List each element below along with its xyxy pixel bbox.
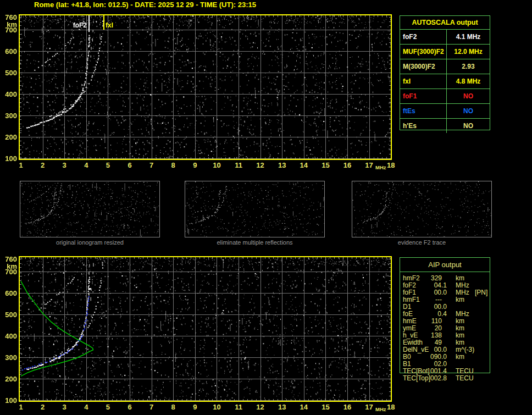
y-tick-label: 600	[0, 47, 17, 56]
y-axis-unit: km	[0, 262, 17, 270]
y-tick-label: 500	[0, 311, 17, 319]
autoscala-row: foF24.1 MHz	[400, 30, 490, 44]
autoscala-row: ftEsNO	[400, 103, 490, 118]
y-tick-label: 200	[0, 375, 17, 383]
aip-output-table: AIP output hmF2329kmfoF204.1MHzfoF100.0M…	[400, 257, 490, 373]
panel-eliminate-reflections-caption: eliminate multiple reflections	[185, 239, 325, 246]
x-tick-label: 3	[58, 403, 71, 411]
ionogram-plot: foF2 fxI	[19, 14, 392, 160]
panel-evidence-f2-canvas	[352, 181, 491, 237]
x-tick-label: 1	[14, 161, 27, 169]
aip-output-header: AIP output	[400, 258, 490, 272]
panel-original-ionogram-caption: original ionogram resized	[20, 239, 160, 246]
autoscala-row-value: 12.0 MHz	[447, 45, 490, 59]
autoscala-row-label: foF2	[400, 30, 447, 44]
x-tick-label: 9	[189, 403, 202, 411]
panel-evidence-f2	[352, 181, 492, 237]
autoscala-row-label: ftEs	[400, 104, 447, 118]
ionogram-canvas	[20, 15, 391, 159]
panel-eliminate-reflections-canvas	[185, 181, 324, 237]
y-tick-label: 400	[0, 90, 17, 98]
autoscala-row-value: NO	[447, 119, 490, 133]
x-tick-label: 7	[145, 403, 158, 411]
x-tick-label: 11	[232, 161, 245, 169]
aip-row-extra: [PN]	[475, 289, 487, 296]
panel-evidence-f2-caption: evidence F2 trace	[352, 239, 492, 246]
x-tick-label: 12	[254, 403, 267, 411]
panel-eliminate-reflections	[185, 181, 325, 237]
aip-row: TEC[Top]002.8TECU	[400, 375, 490, 382]
x-tick-label: 10	[210, 403, 223, 411]
x-tick-label: 14	[297, 403, 311, 411]
panel-original-ionogram-canvas	[20, 181, 159, 237]
autoscala-row: h'EsNO	[400, 118, 490, 133]
x-tick-label: 6	[123, 161, 136, 169]
autoscala-row-label: fxI	[400, 74, 447, 88]
x-tick-label: 5	[101, 403, 114, 411]
aip-row-value: 002.8	[430, 375, 447, 382]
autoscala-row: M(3000)F22.93	[400, 59, 490, 74]
x-tick-label: 10	[210, 161, 223, 169]
fxi-marker-label: fxI	[106, 21, 113, 29]
x-tick-label: 17	[363, 403, 376, 411]
autoscala-row-label: M(3000)F2	[400, 59, 447, 74]
y-axis-unit: km	[0, 20, 17, 29]
y-tick-label: 400	[0, 332, 17, 340]
y-tick-label: 500	[0, 69, 17, 77]
x-tick-label: 8	[167, 161, 180, 169]
x-tick-label: 2	[36, 403, 49, 411]
profile-canvas	[20, 257, 391, 401]
autoscala-row-value: NO	[447, 89, 490, 103]
autoscala-row: foF1NO	[400, 88, 490, 103]
x-tick-label: 4	[80, 161, 93, 169]
fxi-marker-line	[103, 15, 104, 30]
x-tick-label: 14	[297, 161, 311, 169]
x-tick-label: 3	[58, 161, 71, 169]
autoscala-window: Rome (lat: +41.8, lon: 012.5) - DATE: 20…	[0, 0, 532, 415]
x-tick-label: 4	[80, 403, 93, 411]
x-tick-label: 13	[275, 403, 289, 411]
autoscala-row-label: h'Es	[400, 119, 447, 133]
aip-row-unit: km	[456, 296, 464, 303]
autoscala-row-value: 4.8 MHz	[447, 74, 490, 88]
y-tick-label: 300	[0, 112, 17, 120]
autoscala-row-label: MUF(3000)F2	[400, 45, 447, 59]
x-tick-label: 2	[36, 161, 49, 169]
x-tick-label: 5	[101, 161, 114, 169]
x-tick-label: 17	[363, 161, 376, 169]
autoscala-row-value: 4.1 MHz	[447, 30, 490, 44]
x-axis-unit: MHz	[375, 164, 386, 170]
x-tick-label: 16	[341, 161, 354, 169]
y-tick-label: 300	[0, 353, 17, 362]
y-tick-label: 600	[0, 289, 17, 297]
profile-plot	[19, 256, 392, 402]
x-tick-label: 11	[232, 403, 245, 411]
autoscala-row: fxI4.8 MHz	[400, 74, 490, 88]
station-date-title: Rome (lat: +41.8, lon: 012.5) - DATE: 20…	[34, 1, 256, 9]
aip-row-unit: TECU	[456, 375, 474, 382]
x-tick-label: 15	[319, 161, 332, 169]
x-axis-unit: MHz	[375, 406, 386, 412]
autoscala-row-value: NO	[447, 104, 490, 118]
y-tick-label: 200	[0, 133, 17, 141]
aip-row-label: TEC[Top]	[403, 375, 430, 382]
fof2-marker-line	[88, 15, 90, 32]
x-tick-label: 8	[167, 403, 180, 411]
fof2-marker-label: foF2	[69, 21, 87, 29]
aip-row-unit: km	[456, 353, 464, 361]
x-tick-label: 15	[319, 403, 332, 411]
autoscala-output-table: AUTOSCALA output foF24.1 MHzMUF(3000)F21…	[400, 15, 490, 130]
x-tick-label: 6	[123, 403, 136, 411]
x-tick-label: 7	[145, 161, 158, 169]
x-tick-label: 16	[341, 403, 354, 411]
x-tick-label: 1	[14, 403, 27, 411]
x-tick-label: 9	[189, 161, 202, 169]
autoscala-row-label: foF1	[400, 89, 447, 103]
autoscala-output-header: AUTOSCALA output	[400, 16, 490, 30]
autoscala-row: MUF(3000)F212.0 MHz	[400, 44, 490, 59]
autoscala-row-value: 2.93	[447, 59, 490, 74]
x-tick-label: 12	[254, 161, 267, 169]
x-tick-label: 13	[275, 161, 289, 169]
panel-original-ionogram	[20, 181, 160, 237]
autoscala-output-rows: foF24.1 MHzMUF(3000)F212.0 MHzM(3000)F22…	[400, 30, 490, 133]
